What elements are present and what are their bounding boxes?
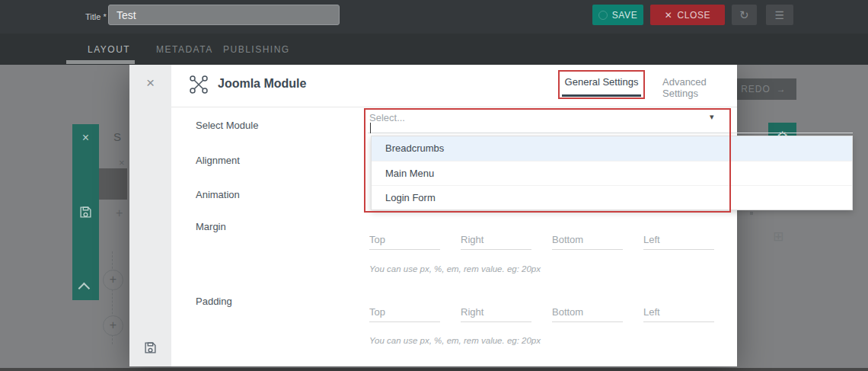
- tab-layout[interactable]: LAYOUT: [88, 44, 130, 55]
- title-field-label: Title *: [85, 12, 107, 21]
- save-button[interactable]: SAVE: [592, 5, 643, 25]
- dropdown-option-breadcrumbs[interactable]: Breadcrumbs: [372, 136, 852, 161]
- top-toolbar: Title * SAVE ✕ CLOSE ↻ ☰: [0, 0, 868, 34]
- margin-hint-text: You can use px, %, em, rem value. eg: 20…: [369, 264, 541, 273]
- bottom-status-bar: [0, 368, 868, 371]
- active-tab-underline: [66, 60, 135, 64]
- module-select-placeholder[interactable]: Select...: [369, 112, 405, 123]
- layout-grid-icon[interactable]: ⊞: [773, 229, 783, 245]
- select-underline: [368, 133, 853, 133]
- text-cursor: [370, 123, 371, 133]
- collapse-chevron-up-icon[interactable]: [78, 283, 91, 295]
- redo-arrow-icon: →: [777, 84, 787, 94]
- title-input[interactable]: [108, 5, 340, 25]
- chevron-down-icon[interactable]: ▾: [710, 112, 714, 122]
- tab-advanced-settings[interactable]: Advanced Settings: [662, 76, 737, 99]
- margin-top-input[interactable]: [369, 230, 440, 250]
- section-close-icon[interactable]: ×: [82, 132, 89, 144]
- margin-left-input[interactable]: [643, 230, 714, 250]
- page-tabs-bar: LAYOUT METADATA PUBLISHING: [0, 34, 868, 65]
- app-window: Title * SAVE ✕ CLOSE ↻ ☰ LAYOUT METADATA…: [0, 0, 868, 371]
- modal-save-icon[interactable]: [129, 341, 171, 357]
- save-spinner-icon: [598, 11, 608, 20]
- tab-general-settings[interactable]: General Settings: [562, 76, 641, 97]
- close-x-icon: ✕: [665, 10, 673, 21]
- padding-top-input[interactable]: [369, 302, 440, 322]
- refresh-icon: ↻: [739, 8, 749, 22]
- dropdown-option-main-menu[interactable]: Main Menu: [372, 161, 852, 185]
- modal-title: Joomla Module: [218, 77, 306, 91]
- add-section-button[interactable]: +: [103, 315, 123, 336]
- redo-button[interactable]: REDO →: [731, 78, 796, 100]
- margin-bottom-input[interactable]: [552, 230, 623, 250]
- background-block: [99, 168, 127, 200]
- background-close-icon: ×: [119, 157, 125, 168]
- dropdown-option-login-form[interactable]: Login Form: [372, 185, 852, 209]
- background-section-letter: S: [113, 130, 121, 143]
- refresh-button[interactable]: ↻: [732, 5, 757, 25]
- animation-label: Animation: [196, 189, 240, 200]
- padding-right-input[interactable]: [461, 302, 531, 322]
- hamburger-icon: ☰: [774, 9, 784, 21]
- padding-hint-text: You can use px, %, em, rem value. eg: 20…: [369, 336, 541, 345]
- menu-button[interactable]: ☰: [766, 5, 793, 25]
- close-button[interactable]: ✕ CLOSE: [650, 5, 725, 25]
- margin-label: Margin: [196, 221, 226, 232]
- redo-label: REDO: [741, 84, 771, 94]
- joomla-module-settings-modal: × Joomla Module General Settings Advance…: [129, 65, 737, 366]
- section-toolbar: ×: [72, 124, 99, 300]
- joomla-logo-icon: [189, 75, 209, 98]
- padding-bottom-input[interactable]: [552, 302, 623, 322]
- section-save-icon[interactable]: [79, 206, 92, 222]
- add-row-button[interactable]: +: [103, 270, 123, 290]
- tab-metadata[interactable]: METADATA: [156, 44, 213, 55]
- padding-label: Padding: [196, 296, 232, 307]
- alignment-label: Alignment: [196, 155, 240, 166]
- modal-header-divider: [171, 107, 737, 107]
- tab-publishing[interactable]: PUBLISHING: [223, 44, 290, 55]
- save-button-label: SAVE: [612, 10, 638, 21]
- select-module-label: Select Module: [196, 120, 258, 131]
- module-dropdown-panel: Breadcrumbs Main Menu Login Form: [371, 136, 853, 210]
- margin-right-input[interactable]: [461, 230, 531, 250]
- padding-left-input[interactable]: [643, 302, 714, 322]
- modal-close-icon[interactable]: ×: [129, 75, 171, 91]
- modal-side-strip: ×: [129, 65, 171, 366]
- move-handle-icon: +: [116, 206, 123, 220]
- close-button-label: CLOSE: [677, 10, 710, 21]
